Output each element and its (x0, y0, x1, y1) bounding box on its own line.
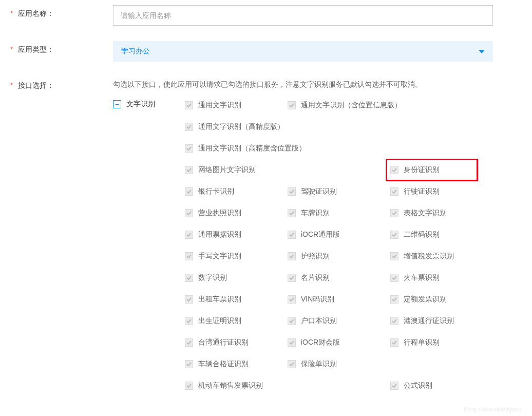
checkbox-icon (288, 209, 296, 217)
checkbox-icon (288, 231, 296, 239)
api-item-general-ocr-accurate[interactable]: 通用文字识别（高精度版） (185, 121, 390, 133)
checkbox-icon (288, 187, 296, 196)
api-item-handwriting[interactable]: 手写文字识别 (185, 251, 288, 262)
checkbox-icon (390, 338, 398, 347)
api-item-birth-certificate[interactable]: 出生证明识别 (185, 315, 288, 327)
api-item-passport[interactable]: 护照识别 (288, 251, 390, 262)
api-item-bankcard[interactable]: 银行卡识别 (185, 186, 288, 197)
app-type-value: 学习办公 (121, 47, 150, 56)
watermark: blog.csdn.net/ityard (464, 405, 522, 413)
api-item-taxi-receipt[interactable]: 出租车票识别 (185, 294, 288, 305)
category-label: 文字识别 (126, 100, 155, 109)
api-item-qrcode[interactable]: 二维码识别 (390, 229, 483, 240)
required-asterisk: * (10, 9, 13, 17)
checkbox-icon (390, 382, 398, 390)
api-item-train-ticket[interactable]: 火车票识别 (390, 272, 483, 283)
checkbox-icon (185, 101, 193, 109)
api-item-general-ocr-accurate-position[interactable]: 通用文字识别（高精度含位置版） (185, 143, 390, 154)
checkbox-icon (288, 295, 296, 304)
checkbox-icon (390, 187, 398, 196)
api-item-license-plate[interactable]: 车牌识别 (288, 207, 390, 219)
checkbox-icon (288, 274, 296, 282)
api-item-general-ocr-position[interactable]: 通用文字识别（含位置信息版） (288, 100, 493, 111)
api-item-vehicle-certificate[interactable]: 车辆合格证识别 (185, 358, 288, 370)
checkbox-icon (185, 338, 193, 347)
checkbox-icon (185, 317, 193, 325)
api-item-insurance[interactable]: 保险单识别 (288, 358, 390, 370)
collapse-toggle[interactable]: − (113, 100, 121, 108)
api-item-vehicle-invoice[interactable]: 机动车销售发票识别 (185, 380, 390, 391)
checkbox-icon (185, 166, 193, 174)
api-item-iocr-finance[interactable]: iOCR财会版 (288, 337, 390, 348)
app-name-input[interactable] (113, 5, 493, 26)
api-item-taiwan-permit[interactable]: 台湾通行证识别 (185, 337, 288, 348)
checkbox-icon (390, 274, 398, 282)
api-item-quota-invoice[interactable]: 定额发票识别 (390, 294, 483, 305)
checkbox-icon (390, 295, 398, 304)
checkbox-icon (185, 295, 193, 304)
api-checkbox-grid: 通用文字识别 通用文字识别（含位置信息版） 通用文字识别（高精度版） 通用文字识… (185, 100, 493, 402)
checkbox-icon (185, 209, 193, 217)
api-item-vin[interactable]: VIN码识别 (288, 294, 390, 305)
checkbox-icon (185, 382, 193, 390)
api-item-table-ocr[interactable]: 表格文字识别 (390, 207, 483, 219)
api-item-business-card[interactable]: 名片识别 (288, 272, 390, 283)
api-item-household-register[interactable]: 户口本识别 (288, 315, 390, 327)
checkbox-icon (390, 166, 398, 174)
checkbox-icon (185, 123, 193, 131)
api-select-label: * 接口选择： (10, 77, 113, 90)
chevron-down-icon (479, 50, 485, 53)
required-asterisk: * (10, 81, 13, 89)
api-item-iocr-general[interactable]: iOCR通用版 (288, 229, 390, 240)
app-type-select[interactable]: 学习办公 (113, 41, 493, 62)
checkbox-icon (288, 360, 296, 368)
checkbox-icon (288, 252, 296, 260)
checkbox-icon (390, 209, 398, 217)
api-item-vehicle-license[interactable]: 行驶证识别 (390, 186, 483, 197)
checkbox-icon (390, 231, 398, 239)
checkbox-icon (185, 274, 193, 282)
checkbox-icon (185, 360, 193, 368)
checkbox-icon (185, 144, 193, 153)
api-item-itinerary[interactable]: 行程单识别 (390, 337, 483, 348)
api-item-hk-macau-permit[interactable]: 港澳通行证识别 (390, 315, 483, 327)
app-type-label: * 应用类型： (10, 41, 113, 54)
api-item-web-image-ocr[interactable]: 网络图片文字识别 (185, 164, 390, 176)
checkbox-icon (288, 317, 296, 325)
checkbox-icon (288, 338, 296, 347)
app-name-label: * 应用名称： (10, 5, 113, 18)
api-item-vat-invoice[interactable]: 增值税发票识别 (390, 251, 483, 262)
api-item-general-ocr[interactable]: 通用文字识别 (185, 100, 288, 111)
api-item-business-license[interactable]: 营业执照识别 (185, 207, 288, 219)
checkbox-icon (185, 231, 193, 239)
checkbox-icon (390, 317, 398, 325)
checkbox-icon (288, 101, 296, 109)
checkbox-icon (185, 252, 193, 260)
api-item-numbers[interactable]: 数字识别 (185, 272, 288, 283)
api-item-receipt[interactable]: 通用票据识别 (185, 229, 288, 240)
required-asterisk: * (10, 45, 13, 53)
api-item-formula[interactable]: 公式识别 (390, 380, 483, 391)
api-help-text: 勾选以下接口，使此应用可以请求已勾选的接口服务，注意文字识别服务已默认勾选并不可… (113, 77, 493, 91)
checkbox-icon (390, 252, 398, 260)
api-item-driving-license[interactable]: 驾驶证识别 (288, 186, 390, 197)
checkbox-icon (185, 187, 193, 196)
api-item-idcard[interactable]: 身份证识别 (386, 159, 478, 181)
